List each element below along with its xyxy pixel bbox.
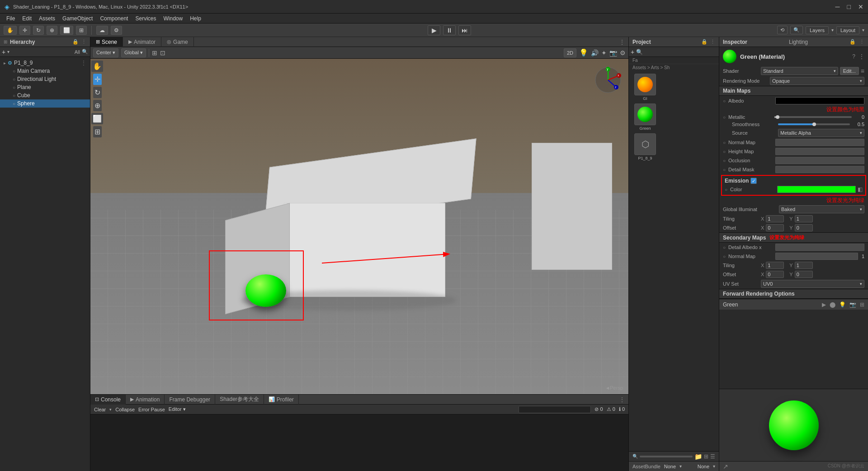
tab-game[interactable]: ◎ Game — [161, 37, 194, 47]
hierarchy-item-root[interactable]: ▸ ⚙ P1_8_9 ⋮ — [0, 59, 90, 67]
minimize-btn[interactable]: ─ — [835, 3, 840, 10]
grid-btn[interactable]: ⊞ — [152, 49, 157, 57]
root-menu[interactable]: ⋮ — [81, 60, 86, 66]
proj-zoom-slider[interactable] — [640, 456, 693, 457]
hierarchy-menu[interactable]: ⋮ — [81, 39, 86, 45]
bottom-more[interactable]: ⋮ — [616, 396, 628, 403]
proj-folder-icon[interactable]: 📁 — [694, 453, 702, 460]
global-dropdown[interactable]: Global ▾ — [121, 48, 146, 57]
tool-move2[interactable]: ✛ — [93, 74, 102, 85]
light-toggle[interactable]: 💡 — [579, 48, 588, 57]
occlusion-slot[interactable] — [775, 157, 864, 164]
metallic-slider-track[interactable] — [774, 116, 852, 118]
tool-all2[interactable]: ⊞ — [93, 126, 102, 137]
scroll-right-icon[interactable]: ↗ — [723, 463, 728, 470]
2d-btn[interactable]: 2D — [564, 48, 576, 57]
tool-scale2[interactable]: ⊕ — [93, 100, 102, 111]
cloud-icon[interactable]: ☁ — [96, 26, 108, 35]
asset-bundle-arrow2[interactable]: ▾ — [713, 464, 715, 469]
offset2-x-input[interactable] — [766, 271, 784, 278]
project-menu[interactable]: ⋮ — [710, 39, 715, 45]
material-kebab[interactable]: ⋮ — [859, 53, 864, 60]
tiling2-y-input[interactable] — [795, 262, 813, 269]
transform-rect[interactable]: ⬜ — [60, 26, 73, 35]
emission-color-bar[interactable] — [777, 186, 856, 193]
proj-item-p189[interactable]: ⬡ P1_8_9 — [632, 133, 659, 160]
error-pause-btn[interactable]: Error Pause — [138, 407, 165, 412]
clear-btn[interactable]: Clear — [94, 407, 106, 412]
pause-button[interactable]: ⏸ — [443, 25, 456, 35]
gi-dropdown[interactable]: Baked ▾ — [779, 205, 864, 213]
shader-ref-tab[interactable]: Shader参考大全 — [215, 395, 264, 405]
menu-gameobject[interactable]: GameObject — [59, 14, 96, 23]
proj-item-gl[interactable]: GI — [632, 74, 659, 101]
hierarchy-item-cube[interactable]: ○ Cube — [0, 91, 90, 99]
shader-more[interactable]: ≡ — [861, 67, 864, 75]
proj-item-green[interactable]: Green — [632, 104, 659, 131]
close-btn[interactable]: ✕ — [858, 3, 863, 10]
preview-cam-btn[interactable]: 📷 — [849, 301, 856, 308]
history-btn[interactable]: ⟲ — [777, 26, 788, 34]
edit-btn[interactable]: Edit... — [840, 67, 859, 75]
scene-more-btn[interactable]: ⋮ — [616, 39, 628, 45]
console-search[interactable] — [519, 406, 591, 413]
offset-x-input[interactable] — [766, 224, 784, 231]
menu-help[interactable]: Help — [186, 14, 205, 23]
menu-edit[interactable]: Edit — [19, 14, 35, 23]
preview-play-btn[interactable]: ▶ — [822, 301, 826, 308]
offset2-y-input[interactable] — [795, 271, 813, 278]
grid2-btn[interactable]: ⊡ — [160, 49, 165, 57]
asset-bundle-arrow[interactable]: ▾ — [679, 464, 682, 469]
console-tab[interactable]: ⊡ Console — [90, 395, 126, 405]
proj-search-btn[interactable]: 🔍 — [636, 49, 643, 55]
transform-scale[interactable]: ⊕ — [47, 26, 57, 35]
preview-light-btn[interactable]: 💡 — [839, 301, 846, 308]
tiling-y-input[interactable] — [795, 215, 813, 222]
effects-btn[interactable]: ✦ — [601, 49, 607, 57]
preview-sphere-btn[interactable]: ⬤ — [830, 301, 835, 308]
material-help[interactable]: ? — [852, 53, 855, 60]
project-lock[interactable]: 🔒 — [701, 39, 708, 45]
preview-expand-btn[interactable]: ⊞ — [860, 301, 864, 308]
hierarchy-dropdown-arrow[interactable]: ▾ — [7, 49, 9, 54]
play-button[interactable]: ▶ — [428, 25, 440, 35]
tool-rect2[interactable]: ⬜ — [91, 113, 103, 124]
layers-dropdown[interactable]: Layers — [806, 26, 829, 34]
scene-settings[interactable]: ⚙ — [620, 49, 626, 57]
tool-hand[interactable]: ✋ — [91, 61, 103, 72]
metallic-slider-handle[interactable] — [776, 115, 779, 119]
maximize-btn[interactable]: □ — [847, 3, 851, 10]
inspector-lock[interactable]: 🔒 — [849, 39, 856, 45]
transform-all[interactable]: ⊞ — [76, 26, 87, 35]
hierarchy-search[interactable]: 🔍 — [82, 49, 88, 55]
center-dropdown[interactable]: Center ▾ — [93, 48, 118, 57]
albedo-color-bar[interactable]: ➤ — [775, 97, 864, 104]
proj-list-icon[interactable]: ☰ — [710, 453, 715, 460]
inspector-lighting-tab[interactable]: Lighting — [789, 39, 808, 45]
settings-icon[interactable]: ⚙ — [111, 26, 122, 35]
layout-dropdown[interactable]: Layout — [836, 26, 859, 34]
tab-animator[interactable]: ▶ Animator — [123, 37, 161, 47]
frame-debugger-tab[interactable]: Frame Debugger — [165, 395, 215, 405]
step-button[interactable]: ⏭ — [458, 25, 471, 35]
rendering-mode-dropdown[interactable]: Opaque ▾ — [770, 77, 864, 85]
tool-rotate2[interactable]: ↻ — [93, 87, 102, 98]
emission-checkbox[interactable]: ✓ — [750, 178, 757, 184]
proj-add-btn[interactable]: + — [631, 48, 634, 56]
hierarchy-lock[interactable]: 🔒 — [72, 39, 79, 45]
menu-component[interactable]: Component — [96, 14, 132, 23]
sphere-object[interactable] — [241, 267, 291, 307]
scene-view[interactable]: ◄Persp y x — [90, 59, 628, 394]
clear-arrow[interactable]: ▾ — [109, 407, 112, 412]
menu-file[interactable]: File — [3, 14, 19, 23]
hierarchy-item-light[interactable]: ○ Directional Light — [0, 75, 90, 83]
transform-hand[interactable]: ✋ — [4, 26, 17, 35]
detail-albedo-slot[interactable] — [775, 244, 864, 251]
hierarchy-item-sphere[interactable]: ○ Sphere — [0, 99, 90, 108]
tiling-x-input[interactable] — [766, 215, 784, 222]
menu-assets[interactable]: Assets — [35, 14, 59, 23]
detail-mask-slot[interactable] — [775, 166, 864, 173]
normal-map-slot[interactable] — [775, 139, 864, 146]
source-dropdown[interactable]: Metallic Alpha ▾ — [778, 129, 864, 137]
audio-toggle[interactable]: 🔊 — [591, 49, 599, 57]
